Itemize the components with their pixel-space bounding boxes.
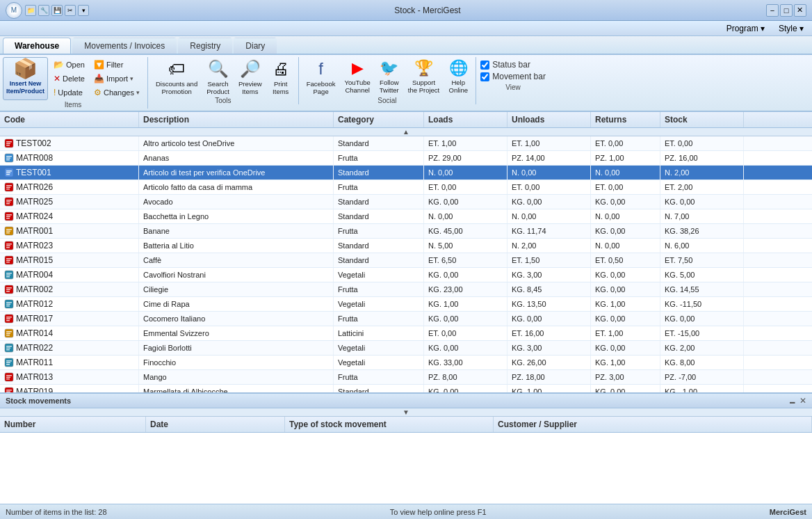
svg-rect-43: [6, 291, 10, 292]
svg-rect-5: [6, 156, 12, 157]
col-description[interactable]: Description: [139, 112, 334, 127]
col-unloads[interactable]: Unloads: [508, 112, 591, 127]
table-row[interactable]: MATR022 Fagioli Borlotti Vegetali KG. 0,…: [0, 341, 812, 356]
maximize-button[interactable]: □: [780, 4, 793, 17]
cell-unloads: ET. 1,50: [508, 253, 591, 267]
tools-group: 🏷 Discounts and Promotion 🔍 Search Produ…: [152, 57, 299, 104]
insert-item-button[interactable]: 📦 Insert New Item/Product: [3, 57, 48, 100]
tab-diary[interactable]: Diary: [234, 38, 277, 54]
col-returns[interactable]: Returns: [591, 112, 660, 127]
import-button[interactable]: 📥 Import ▾: [90, 72, 143, 85]
table-row[interactable]: MATR015 Caffè Standard ET. 6,50 ET. 1,50…: [0, 253, 812, 268]
tab-registry[interactable]: Registry: [178, 38, 232, 54]
table-row[interactable]: MATR025 Avocado Standard KG. 0,00 KG. 0,…: [0, 195, 812, 209]
cell-unloads: PZ. 14,00: [508, 151, 591, 165]
icon5[interactable]: ▾: [78, 5, 89, 16]
icon4[interactable]: ✂: [65, 5, 76, 16]
table-row[interactable]: MATR008 Ananas Frutta PZ. 29,00 PZ. 14,0…: [0, 151, 812, 166]
table-row[interactable]: MATR004 Cavolfiori Nostrani Vegetali KG.…: [0, 268, 812, 282]
toolbar: 📦 Insert New Item/Product 📂 Open ✕ Delet…: [0, 55, 812, 112]
filter-button[interactable]: 🔽 Filter: [90, 58, 143, 71]
discounts-button[interactable]: 🏷 Discounts and Promotion: [152, 57, 201, 96]
table-row[interactable]: TEST001 Articolo di test per verifica On…: [0, 166, 812, 180]
open-button[interactable]: 📂 Open: [50, 58, 88, 71]
table-row[interactable]: TEST002 Altro articolo test OneDrive Sta…: [0, 136, 812, 151]
cell-loads: PZ. 29,00: [424, 151, 508, 165]
table-row[interactable]: MATR001 Banane Frutta KG. 45,00 KG. 11,7…: [0, 224, 812, 239]
help-button[interactable]: 🌐 Help Online: [445, 57, 471, 96]
table-row[interactable]: MATR017 Cocomero Italiano Frutta KG. 0,0…: [0, 312, 812, 326]
close-button[interactable]: ✕: [794, 4, 806, 17]
svg-rect-45: [6, 302, 12, 303]
status-bar-checkbox-label[interactable]: Status bar: [480, 60, 546, 70]
svg-rect-65: [6, 375, 12, 376]
col-loads[interactable]: Loads: [424, 112, 508, 127]
col-code[interactable]: Code: [0, 112, 139, 127]
sm-minimize[interactable]: 🗕: [788, 396, 797, 406]
tab-warehouse[interactable]: Warehouse: [3, 38, 71, 54]
svg-rect-21: [6, 214, 12, 216]
item-icon: [4, 197, 14, 207]
movement-bar-checkbox-label[interactable]: Movement bar: [480, 72, 546, 81]
movement-bar-checkbox[interactable]: [480, 72, 489, 81]
app-title: Stock - MerciGest: [394, 6, 460, 15]
sm-collapse-arrow[interactable]: ▼: [0, 408, 812, 417]
youtube-button[interactable]: ▶ YouTube Channel: [341, 57, 373, 96]
mov-col-date[interactable]: Date: [146, 417, 285, 432]
changes-button[interactable]: ⚙ Changes ▾: [90, 86, 143, 99]
mov-col-type[interactable]: Type of stock movement: [285, 417, 494, 432]
changes-dropdown: ▾: [136, 89, 140, 96]
icon2[interactable]: 🔧: [38, 5, 49, 16]
program-menu[interactable]: Program ▾: [721, 22, 770, 35]
table-row[interactable]: MATR014 Emmental Svizzero Latticini ET. …: [0, 326, 812, 341]
items-small-group2: 🔽 Filter 📥 Import ▾ ⚙ Changes ▾: [90, 57, 143, 99]
table-row[interactable]: MATR026 Articolo fatto da casa di mamma …: [0, 180, 812, 195]
col-stock[interactable]: Stock: [660, 112, 744, 127]
facebook-icon: f: [318, 59, 323, 79]
item-icon: [4, 270, 14, 280]
table-row[interactable]: MATR024 Bacchetta in Legno Standard N. 0…: [0, 209, 812, 224]
status-help-text: To view help online press F1: [390, 508, 487, 516]
mov-col-number[interactable]: Number: [0, 417, 146, 432]
item-icon: [4, 314, 14, 324]
cell-category: Latticini: [334, 326, 424, 340]
svg-rect-39: [6, 276, 10, 278]
cell-code: MATR015: [0, 253, 139, 267]
status-bar-checkbox[interactable]: [480, 61, 489, 70]
twitter-button[interactable]: 🐦 Follow Twitter: [376, 57, 403, 96]
cell-code: TEST002: [0, 136, 139, 150]
collapse-arrow[interactable]: ▲: [0, 128, 812, 136]
print-button[interactable]: 🖨 Print Items: [268, 57, 294, 96]
sm-close[interactable]: ✕: [799, 396, 806, 406]
tab-movements[interactable]: Movements / Invoices: [72, 38, 177, 54]
cell-stock: KG. -11,50: [660, 297, 744, 311]
support-button[interactable]: 🏆 Support the Project: [405, 57, 443, 96]
icon3[interactable]: 💾: [51, 5, 63, 16]
table-row[interactable]: MATR023 Batteria al Litio Standard N. 5,…: [0, 239, 812, 253]
table-row[interactable]: MATR019 Marmellata di Albicocche Standar…: [0, 385, 812, 392]
cell-category: Standard: [334, 136, 424, 150]
cell-description: Cavolfiori Nostrani: [139, 268, 334, 282]
mov-col-customer[interactable]: Customer / Supplier: [494, 417, 812, 432]
update-button[interactable]: ! Update: [50, 86, 88, 99]
item-icon: [4, 255, 14, 265]
search-button[interactable]: 🔍 Search Product: [203, 57, 233, 96]
facebook-button[interactable]: f Facebook Page: [303, 57, 339, 96]
icon1[interactable]: 📁: [25, 5, 36, 16]
preview-button[interactable]: 🔎 Preview Items: [235, 57, 266, 96]
col-category[interactable]: Category: [334, 112, 424, 127]
table-row[interactable]: MATR012 Cime di Rapa Vegetali KG. 1,00 K…: [0, 297, 812, 312]
table-row[interactable]: MATR013 Mango Frutta PZ. 8,00 PZ. 18,00 …: [0, 370, 812, 385]
table-row[interactable]: MATR002 Ciliegie Frutta KG. 23,00 KG. 8,…: [0, 282, 812, 297]
minimize-button[interactable]: −: [766, 4, 779, 17]
cell-category: Frutta: [334, 370, 424, 384]
svg-rect-11: [6, 174, 10, 175]
svg-rect-30: [6, 246, 10, 247]
delete-button[interactable]: ✕ Delete: [50, 72, 88, 85]
table-row[interactable]: MATR011 Finocchio Vegetali KG. 33,00 KG.…: [0, 356, 812, 370]
cell-stock: ET. 2,00: [660, 180, 744, 194]
style-menu[interactable]: Style ▾: [773, 22, 809, 35]
svg-rect-53: [6, 331, 12, 333]
svg-rect-1: [6, 141, 12, 143]
cell-code: MATR012: [0, 297, 139, 311]
